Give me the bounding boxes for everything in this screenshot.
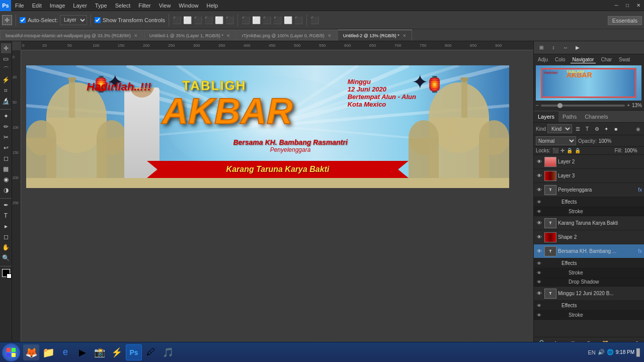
move-tool[interactable]: ✛: [2, 15, 12, 25]
nav-tab-adju[interactable]: Adju: [536, 56, 550, 63]
align-right-icon[interactable]: ⬛: [194, 16, 202, 24]
auto-select-dropdown[interactable]: Layer: [60, 15, 87, 25]
taskbar-firefox[interactable]: 🦊: [23, 344, 39, 360]
minimize-button[interactable]: ─: [611, 0, 622, 11]
type-tool-btn[interactable]: T: [1, 211, 11, 221]
karang-visibility[interactable]: 👁: [536, 220, 543, 227]
zoom-slider-thumb[interactable]: [557, 103, 562, 108]
panel-btn3[interactable]: ↔: [560, 42, 571, 53]
tab-untitled2[interactable]: Untitled-2 @ 13% (RGB/8) * ✕: [338, 30, 412, 41]
taskbar-task5[interactable]: ⚡: [109, 344, 125, 360]
tab-untitled1[interactable]: Untitled-1 @ 35% (Layer 1, RGB/8) * ✕: [144, 30, 236, 41]
layer-filter-icon4[interactable]: ✦: [602, 125, 610, 133]
tab-layers[interactable]: Layers: [534, 111, 558, 122]
extra-icon[interactable]: ⬛: [310, 16, 319, 24]
close-button[interactable]: ✕: [633, 0, 644, 11]
layer-item-bersama[interactable]: 👁 T Bersama KH. Bambang ... fx: [534, 244, 644, 258]
distribute-right-icon[interactable]: ⬛: [263, 16, 271, 24]
lock-all-icon[interactable]: 🔒: [575, 148, 581, 153]
taskbar-ie[interactable]: e: [57, 344, 73, 360]
clone-stamp-btn[interactable]: ✂: [1, 132, 11, 142]
taskbar-photoshop[interactable]: Ps: [126, 344, 142, 360]
gradient-btn[interactable]: ▦: [1, 164, 11, 174]
lock-pixel-icon[interactable]: ⬛: [552, 148, 558, 153]
move-tool-btn[interactable]: ✛: [1, 43, 11, 53]
distribute-left-icon[interactable]: ⬛: [242, 16, 250, 24]
menu-select[interactable]: Select: [111, 2, 135, 10]
menu-edit[interactable]: Edit: [28, 2, 46, 10]
taskbar-explorer[interactable]: 📁: [40, 344, 56, 360]
show-desktop-btn[interactable]: ▋: [636, 348, 642, 356]
menu-image[interactable]: Image: [46, 2, 69, 10]
bersama-stroke-eye[interactable]: 👁: [536, 270, 542, 276]
layer-item-shape2[interactable]: 👁 Shape 2: [534, 230, 644, 244]
menu-view[interactable]: View: [155, 2, 175, 10]
layer2-visibility[interactable]: 👁: [536, 158, 543, 165]
heal-brush-btn[interactable]: ✦: [1, 111, 11, 121]
distribute-h-icon[interactable]: ⬜: [252, 16, 261, 24]
layer-filter-icon5[interactable]: ■: [612, 125, 620, 133]
taskbar-task8[interactable]: 🎵: [160, 344, 176, 360]
eraser-btn[interactable]: ◻: [1, 153, 11, 163]
menu-filter[interactable]: Filter: [134, 2, 154, 10]
distribute-top-icon[interactable]: ⬛: [273, 16, 282, 24]
shape2-visibility[interactable]: 👁: [536, 234, 543, 241]
path-select-btn[interactable]: ▸: [1, 221, 11, 231]
essentials-button[interactable]: Essentials: [608, 16, 642, 25]
penyelenggara-stroke-eye[interactable]: 👁: [536, 209, 542, 215]
menu-type[interactable]: Type: [91, 2, 111, 10]
auto-select-checkbox[interactable]: [20, 17, 26, 23]
menu-window[interactable]: Window: [175, 2, 202, 10]
layer-item-layer3[interactable]: 👁 Layer 3: [534, 169, 644, 183]
crop-tool-btn[interactable]: ⌗: [1, 85, 11, 96]
lock-pos-icon[interactable]: ✛: [560, 148, 565, 153]
tab-mosque-close[interactable]: ✕: [134, 33, 138, 38]
bersama-effects-eye[interactable]: 👁: [536, 260, 542, 266]
quick-select-btn[interactable]: ⚡: [1, 75, 11, 85]
tab-untitled2-close[interactable]: ✕: [403, 33, 407, 38]
layer3-visibility[interactable]: 👁: [536, 172, 543, 179]
minggu-visibility[interactable]: 👁: [536, 290, 543, 297]
layer-filter-icon1[interactable]: ☰: [574, 125, 582, 133]
tab-channels[interactable]: Channels: [581, 111, 612, 122]
penyelenggara-visibility[interactable]: 👁: [536, 187, 543, 194]
blend-mode-select[interactable]: Normal: [536, 136, 576, 145]
brush-tool-btn[interactable]: ✏: [1, 122, 11, 132]
foreground-color[interactable]: [2, 269, 10, 277]
penyelenggara-effects-eye[interactable]: 👁: [536, 199, 542, 205]
layer-filter-icon2[interactable]: T: [583, 125, 591, 133]
minggu-stroke-eye[interactable]: 👁: [536, 312, 542, 318]
tab-tjrnk[interactable]: rTjrnkBac.png @ 100% (Layer 0, RGB/8) ✕: [236, 30, 337, 41]
menu-file[interactable]: File: [11, 2, 28, 10]
layer-item-layer2[interactable]: 👁 Layer 2: [534, 155, 644, 169]
hand-tool-btn[interactable]: ✋: [1, 242, 11, 252]
panel-btn1[interactable]: ⊞: [536, 42, 547, 53]
layer-item-karang[interactable]: 👁 T Karang Taruna Karya Bakti: [534, 216, 644, 230]
menu-help[interactable]: Help: [202, 2, 222, 10]
kind-dropdown[interactable]: Kind: [547, 124, 572, 133]
pen-tool-btn[interactable]: ✒: [1, 200, 11, 210]
lasso-tool-btn[interactable]: ⌒: [1, 64, 11, 74]
dodge-btn[interactable]: ◑: [1, 185, 11, 195]
taskbar-task7[interactable]: 🖊: [143, 344, 159, 360]
blur-btn[interactable]: ◉: [1, 174, 11, 185]
tab-tjrnk-close[interactable]: ✕: [328, 33, 332, 38]
eyedropper-btn[interactable]: 🔬: [1, 96, 11, 106]
zoom-tool-btn[interactable]: 🔍: [1, 253, 11, 263]
distribute-bottom-icon[interactable]: ⬛: [294, 16, 303, 24]
align-center-v-icon[interactable]: ⬜: [215, 16, 223, 24]
nav-tab-navigator[interactable]: Navigator: [571, 56, 596, 63]
zoom-minus-icon[interactable]: −: [536, 103, 539, 108]
menu-layer[interactable]: Layer: [69, 2, 91, 10]
maximize-button[interactable]: □: [622, 0, 633, 11]
shape-tool-btn[interactable]: ◻: [1, 232, 11, 242]
marquee-tool-btn[interactable]: ▭: [1, 54, 11, 64]
layer-item-minggu[interactable]: 👁 T Minggu 12 Juni 2020 B...: [534, 287, 644, 301]
align-top-icon[interactable]: ⬛: [204, 16, 213, 24]
lock-art-icon[interactable]: 🔒: [567, 148, 573, 153]
nav-tab-char[interactable]: Char: [599, 56, 614, 63]
layer-filter-toggle[interactable]: ◉: [634, 125, 642, 133]
taskbar-task4[interactable]: 📸: [92, 344, 108, 360]
bersama-dropshadow-eye[interactable]: 👁: [536, 279, 542, 285]
layer-filter-icon3[interactable]: ⚙: [593, 125, 601, 133]
